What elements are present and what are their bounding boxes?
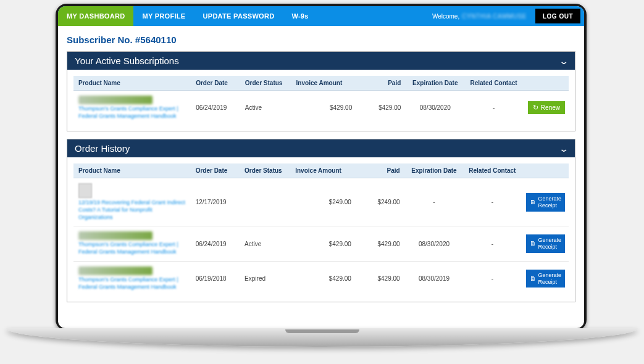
cell-product: 12/19/19 Recovering Federal Grant Indire… xyxy=(73,178,191,226)
cell-expiration-date: - xyxy=(405,178,464,226)
generate-receipt-button[interactable]: 🗎GenerateReceipt xyxy=(526,270,565,288)
cell-product: Thompson's Grants Compliance Expert | Fe… xyxy=(73,261,191,296)
product-link[interactable]: Thompson's Grants Compliance Expert | Fe… xyxy=(78,241,186,255)
cell-action: 🗎GenerateReceipt xyxy=(521,178,569,226)
cell-expiration-date: 08/30/2019 xyxy=(405,261,464,296)
product-logo xyxy=(78,267,153,275)
nav-w-9s[interactable]: W-9s xyxy=(283,6,317,26)
cell-order-date: 06/24/2019 xyxy=(191,226,240,261)
product-logo xyxy=(78,96,153,104)
cell-invoice-amount: $429.00 xyxy=(289,91,358,125)
laptop-base xyxy=(6,328,638,347)
receipt-icon: 🗎 xyxy=(530,275,536,283)
col-order-status: Order Status xyxy=(240,163,288,178)
cell-order-date: 06/24/2019 xyxy=(191,91,240,125)
cell-order-status: Expired xyxy=(240,261,288,296)
product-logo xyxy=(78,231,153,240)
button-label: GenerateReceipt xyxy=(538,272,561,286)
col-product: Product Name xyxy=(73,76,191,91)
col-expiration-date: Expiration Date xyxy=(406,76,464,91)
welcome-text: Welcome, CYNTHIA CAMMUSE xyxy=(432,6,532,26)
cell-paid: $429.00 xyxy=(356,226,405,261)
col-paid: Paid xyxy=(356,163,405,178)
chevron-down-icon: ⌄ xyxy=(559,56,569,66)
product-link[interactable]: Thompson's Grants Compliance Expert | Fe… xyxy=(78,105,186,120)
product-link[interactable]: 12/19/19 Recovering Federal Grant Indire… xyxy=(78,199,186,221)
cell-action: 🗎GenerateReceipt xyxy=(521,226,569,261)
col-expiration-date: Expiration Date xyxy=(405,163,464,178)
active-subscriptions-panel: Your Active Subscriptions ⌄ Product Name… xyxy=(67,51,575,131)
col-order-status: Order Status xyxy=(240,76,289,91)
renew-button[interactable]: Renew xyxy=(528,101,565,114)
cell-order-status xyxy=(240,178,288,226)
cell-action: Renew xyxy=(523,91,569,125)
button-label: GenerateReceipt xyxy=(538,237,561,250)
col-paid: Paid xyxy=(357,76,406,91)
cell-expiration-date: 08/30/2020 xyxy=(405,226,464,261)
col-related-contact: Related Contact xyxy=(463,163,521,178)
cell-paid: $249.00 xyxy=(356,178,405,226)
generate-receipt-button[interactable]: 🗎GenerateReceipt xyxy=(526,193,565,212)
cell-expiration-date: 08/30/2020 xyxy=(406,91,464,125)
receipt-icon: 🗎 xyxy=(530,240,536,247)
nav-my-dashboard[interactable]: MY DASHBOARD xyxy=(58,6,133,26)
cell-action: 🗎GenerateReceipt xyxy=(521,261,569,296)
button-label: GenerateReceipt xyxy=(538,196,561,209)
panel-title: Your Active Subscriptions xyxy=(75,56,179,66)
cell-product: Thompson's Grants Compliance Expert | Fe… xyxy=(73,91,191,125)
subscriber-number: Subscriber No. #5640110 xyxy=(67,31,575,51)
cell-paid: $429.00 xyxy=(356,261,405,296)
generate-receipt-button[interactable]: 🗎GenerateReceipt xyxy=(526,234,565,253)
panel-title: Order History xyxy=(75,143,130,154)
cell-related-contact: - xyxy=(463,178,521,226)
active-subscriptions-table: Product Name Order Date Order Status Inv… xyxy=(73,76,569,125)
cell-order-date: 06/19/2018 xyxy=(191,261,240,296)
nav-update-password[interactable]: UPDATE PASSWORD xyxy=(194,6,283,26)
chevron-down-icon: ⌄ xyxy=(559,144,569,154)
top-nav: MY DASHBOARDMY PROFILEUPDATE PASSWORDW-9… xyxy=(58,6,584,26)
cell-invoice-amount: $429.00 xyxy=(288,261,356,296)
cell-order-status: Active xyxy=(240,226,288,261)
cell-product: Thompson's Grants Compliance Expert | Fe… xyxy=(73,226,191,261)
cell-paid: $429.00 xyxy=(357,91,406,125)
col-order-date: Order Date xyxy=(191,163,240,178)
logout-button[interactable]: LOG OUT xyxy=(535,9,580,23)
cell-invoice-amount: $249.00 xyxy=(288,178,356,226)
product-thumbnail xyxy=(78,183,92,198)
cell-order-status: Active xyxy=(240,91,289,125)
col-invoice-amount: Invoice Amount xyxy=(288,163,356,178)
table-row: Thompson's Grants Compliance Expert | Fe… xyxy=(73,261,569,296)
table-row: Thompson's Grants Compliance Expert | Fe… xyxy=(73,91,569,125)
cell-related-contact: - xyxy=(463,226,521,261)
order-history-panel: Order History ⌄ Product Name Order Date … xyxy=(67,139,575,302)
product-link[interactable]: Thompson's Grants Compliance Expert | Fe… xyxy=(78,276,186,291)
table-row: 12/19/19 Recovering Federal Grant Indire… xyxy=(73,178,569,226)
nav-my-profile[interactable]: MY PROFILE xyxy=(133,6,194,26)
table-row: Thompson's Grants Compliance Expert | Fe… xyxy=(73,226,569,261)
order-history-header[interactable]: Order History ⌄ xyxy=(67,139,575,157)
col-product: Product Name xyxy=(73,163,191,178)
cell-order-date: 12/17/2019 xyxy=(191,178,240,226)
cell-related-contact: - xyxy=(464,91,523,125)
cell-related-contact: - xyxy=(463,261,521,296)
receipt-icon: 🗎 xyxy=(530,199,536,206)
col-order-date: Order Date xyxy=(191,76,240,91)
active-subscriptions-header[interactable]: Your Active Subscriptions ⌄ xyxy=(67,52,575,70)
col-invoice-amount: Invoice Amount xyxy=(289,76,358,91)
order-history-table: Product Name Order Date Order Status Inv… xyxy=(73,163,569,296)
col-related-contact: Related Contact xyxy=(464,76,523,91)
welcome-username: CYNTHIA CAMMUSE xyxy=(462,13,527,20)
cell-invoice-amount: $429.00 xyxy=(288,226,356,261)
